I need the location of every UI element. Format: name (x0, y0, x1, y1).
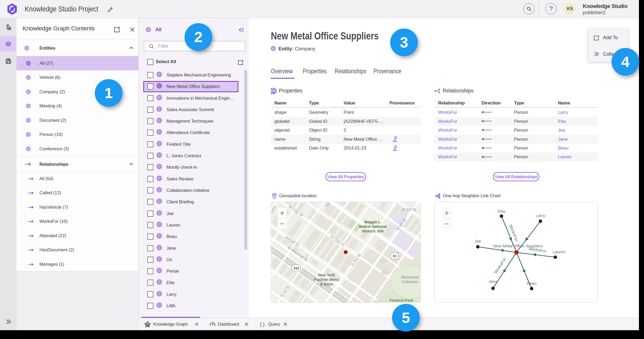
svg-text:Joe: Joe (475, 239, 481, 243)
svg-text:Festival Park: Festival Park (389, 298, 413, 302)
svg-text:Etta: Etta (498, 209, 505, 213)
svg-text:WorksFor: WorksFor (528, 246, 547, 253)
svg-text:Richmond: Richmond (401, 275, 418, 279)
svg-text:& Boys: & Boys (320, 282, 333, 286)
svg-text:33: 33 (393, 254, 396, 258)
svg-text:Beau: Beau (527, 281, 536, 285)
svg-text:Lauren: Lauren (553, 249, 565, 254)
svg-text:Historic Site: Historic Site (362, 229, 384, 233)
svg-text:New York: New York (318, 273, 335, 277)
svg-text:Coliseum: Coliseum (402, 280, 418, 284)
svg-text:Maggie L.: Maggie L. (364, 220, 382, 224)
svg-text:Jane: Jane (488, 279, 498, 284)
svg-text:Fashion Mens: Fashion Mens (314, 277, 339, 282)
svg-text:Larry: Larry (536, 213, 545, 218)
svg-text:N 3rd St: N 3rd St (402, 207, 416, 212)
svg-text:250: 250 (294, 267, 299, 270)
svg-text:Walker National: Walker National (359, 224, 387, 229)
